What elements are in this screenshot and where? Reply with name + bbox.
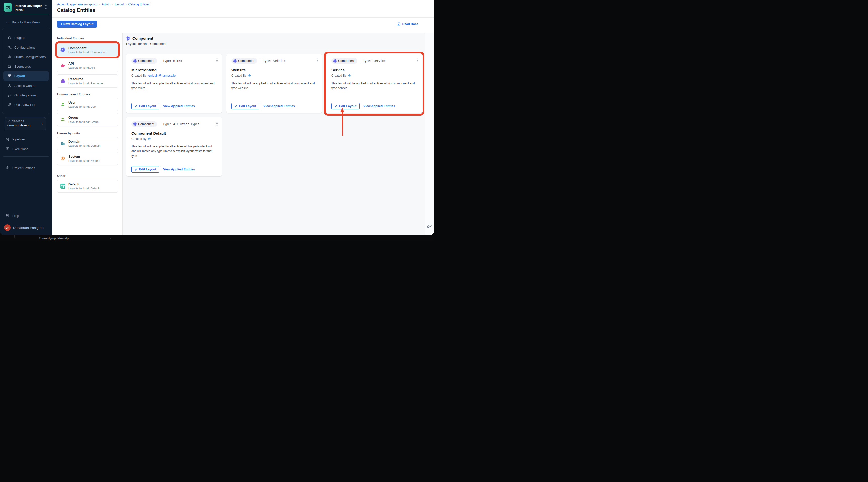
puzzle-icon [7,36,11,40]
breadcrumb-layout[interactable]: Layout [115,2,124,6]
sidebar-item-pipelines[interactable]: Pipelines [0,135,52,143]
link-icon [7,103,11,107]
admin-nav-panel: Plugins Configurations OAuth Configurati… [2,28,50,114]
read-docs-link[interactable]: Read Docs [397,22,418,26]
pencil-icon [235,104,238,108]
kebab-menu-icon[interactable] [416,58,418,64]
sidebar-item-access-control[interactable]: Access Control [3,81,49,90]
component-chip-icon [126,36,130,40]
user-name: Debabrata Panigrahi [13,226,44,230]
kind-section-title: Component [132,36,153,40]
view-applied-entities-link[interactable]: View Applied Entities [363,104,395,108]
view-applied-entities-link[interactable]: View Applied Entities [163,168,195,171]
help-chat-icon: ? [5,214,9,218]
idp-logo-icon [3,3,12,11]
layout-card-component-default: Component Type: All Other Types Componen… [126,117,222,176]
edit-layout-button[interactable]: Edit Layout [231,103,259,110]
sidebar-item-project-settings[interactable]: Project Settings [0,164,52,172]
slack-channel-label: # weekly-updates-idp [39,237,69,240]
project-name: community-eng [7,123,43,127]
layout-card-service: Component Type: service Service Created … [327,54,422,113]
entity-card-group[interactable]: GroupLayouts for kind: Group [57,113,118,126]
kebab-menu-icon[interactable] [316,58,318,64]
created-by: Created By [231,74,317,78]
breadcrumb-separator: › [125,2,126,6]
component-chip-icon [233,59,237,63]
kind-badge: Component [231,58,257,64]
sidebar-item-plugins[interactable]: Plugins [3,33,49,42]
layout-description: This layout will be applied to all entit… [231,81,315,91]
layout-title: Service [332,68,417,72]
section-human-based-entities: Human based Entities [57,93,122,96]
created-by: Created By [332,74,417,78]
sidebar-item-configurations[interactable]: Configurations [3,42,49,52]
breadcrumb-admin[interactable]: Admin [101,2,110,6]
pencil-icon [335,104,338,108]
created-by: Created By [131,137,217,141]
edit-layout-button[interactable]: Edit Layout [131,103,159,110]
layout-title: Component Default [131,131,217,135]
entity-card-component[interactable]: ComponentLayouts for kind: Component [57,43,118,56]
harness-logo-icon [148,137,151,141]
kebab-menu-icon[interactable] [216,58,218,64]
entity-card-domain[interactable]: DomainLayouts for kind: Domain [57,137,118,150]
help-button[interactable]: ? Help [0,212,52,219]
feedback-chat-icon[interactable] [427,223,432,230]
entity-card-resource[interactable]: ResourceLayouts for kind: Resource [57,74,118,88]
entity-card-default[interactable]: DefaultLayouts for kind: Default [57,180,118,193]
created-by-email-link[interactable]: jenil.jain@harness.io [148,74,176,78]
pencil-icon [134,168,137,171]
user-menu[interactable]: DP Debabrata Panigrahi [0,223,52,232]
brand-divider [3,14,49,15]
created-by: Created By jenil.jain@harness.io [131,74,217,78]
component-chip-icon [60,47,65,52]
app-window: Internal Developer Portal ← Back to Main… [0,0,434,235]
breadcrumb: Account: app-harness-ng-cicd › Admin › L… [57,2,150,6]
entity-card-system[interactable]: SystemLayouts for kind: System [57,152,118,165]
view-applied-entities-link[interactable]: View Applied Entities [263,104,295,108]
sidebar-item-url-allow-list[interactable]: URL Allow List [3,100,49,110]
section-other: Other [57,174,122,178]
app-title: Internal Developer Portal [14,3,44,12]
project-selector[interactable]: PROJECT community-eng › [4,117,46,130]
app-switcher-grid-icon[interactable] [45,5,49,10]
group-icon [60,117,65,122]
view-applied-entities-link[interactable]: View Applied Entities [163,104,195,108]
new-catalog-layout-button[interactable]: + New Catalog Layout [57,21,97,28]
breadcrumb-catalog-entities[interactable]: Catalog Entities [128,2,149,6]
git-branch-icon [7,93,11,97]
breadcrumb-account[interactable]: Account: app-harness-ng-cicd [57,2,97,6]
sidebar-item-oauth-configurations[interactable]: OAuth Configurations [3,52,49,62]
toolbar: + New Catalog Layout Read Docs [52,18,434,33]
back-to-main-menu[interactable]: ← Back to Main Menu [5,20,40,24]
layout-card-microfrontend: Component Type: micro Microfrontend Crea… [126,54,222,113]
breadcrumb-separator: › [112,2,113,6]
layouts-main: Component Layouts for kind: Component Co… [123,33,425,235]
harness-logo-icon [248,74,251,78]
right-gutter [425,33,434,235]
pencil-icon [134,104,137,108]
edit-layout-button[interactable]: Edit Layout [332,103,360,110]
kind-badge: Component [131,121,157,127]
layout-title: Microfrontend [131,68,217,72]
entity-card-api[interactable]: APILayouts for kind: API [57,59,118,72]
sidebar: Internal Developer Portal ← Back to Main… [0,0,52,235]
person-icon [7,84,11,88]
type-label: Type: micro [160,59,182,63]
sidebar-item-executions[interactable]: Executions [0,145,52,153]
pipelines-icon [5,137,9,141]
edit-layout-button[interactable]: Edit Layout [131,166,159,173]
sidebar-item-layout[interactable]: Layout [3,71,49,81]
brand: Internal Developer Portal [3,3,44,12]
svg-text:?: ? [7,214,8,216]
component-chip-icon [133,122,136,126]
kind-section-subtitle: Layouts for kind: Component [126,42,425,46]
layout-description: This layout will be applied to all entit… [131,81,215,91]
kebab-menu-icon[interactable] [216,121,218,127]
layout-card-website: Component Type: website Website Created … [226,54,322,113]
chevron-right-icon: › [41,121,43,126]
sidebar-item-git-integrations[interactable]: Git Integrations [3,90,49,100]
entity-card-user[interactable]: UserLayouts for kind: User [57,98,118,111]
sidebar-item-scorecards[interactable]: Scorecards [3,62,49,71]
resource-briefcase-icon [60,79,65,84]
